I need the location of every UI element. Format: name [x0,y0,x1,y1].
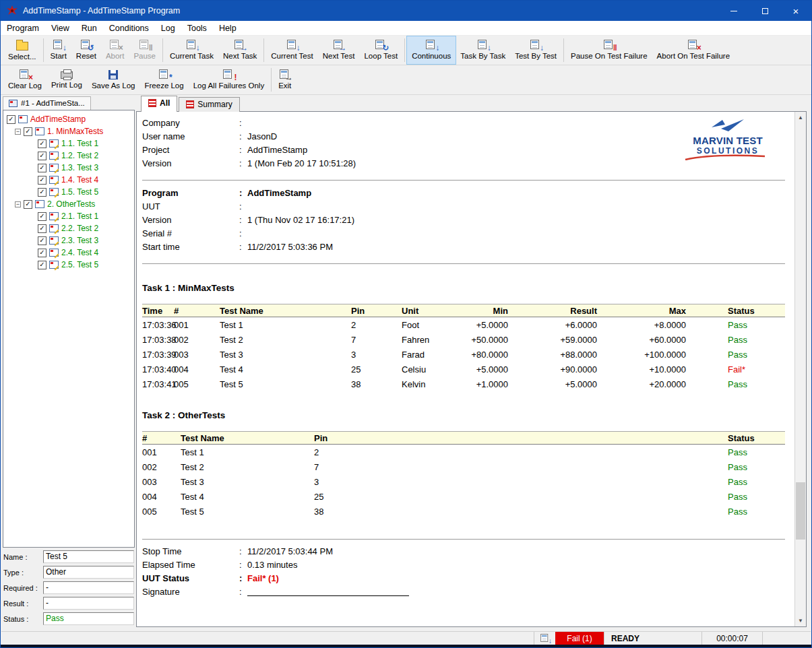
next-test-button[interactable]: → Next Test [318,36,360,64]
checkbox[interactable]: ✓ [38,212,46,221]
pause-button[interactable]: ‖ Pause [129,36,160,64]
freeze-log-button[interactable]: * Freeze Log [139,66,188,94]
scroll-up-button[interactable]: ▲ [795,112,806,123]
tree-item-test-1-4[interactable]: ✓ 1.4. Test 4 [3,174,134,186]
tree-item-test-1-2[interactable]: ✓ 1.2. Test 2 [3,150,134,162]
status-corner [762,632,811,645]
pause-on-test-failure-button[interactable]: ‖ Pause On Test Failure [566,36,652,64]
exit-button[interactable]: → Exit [274,66,296,94]
checkbox[interactable]: ✓ [38,176,46,185]
checkbox[interactable]: ✓ [38,152,46,160]
prop-row-status: Status : Pass [3,612,134,626]
checkbox[interactable]: ✓ [38,139,46,148]
tree-item-test-1-3[interactable]: ✓ 1.3. Test 3 [3,162,134,174]
table-row: 001Test 12Pass [142,445,785,459]
table-row: 17:03:41005Test 538Kelvin+1.0000+5.0000+… [142,377,785,391]
checkbox[interactable]: ✓ [38,236,46,245]
clear-log-button[interactable]: × Clear Log [3,66,46,94]
close-button[interactable]: × [780,1,811,21]
menu-tools[interactable]: Tools [181,22,213,35]
tree-item-test-2-2[interactable]: ✓ 2.2. Test 2 [3,222,134,234]
abort-on-test-failure-button[interactable]: × Abort On Test Failure [652,36,735,64]
program-tab[interactable]: #1 - AddTimeSta... [3,96,91,110]
table-row: 005Test 538Pass [142,504,785,519]
test-icon [49,224,59,232]
freeze-log-icon: * [158,69,170,79]
checkbox[interactable]: ✓ [7,115,15,124]
current-test-button[interactable]: ↓ Current Test [266,36,317,64]
required-field[interactable]: - [43,581,134,594]
run-mode-icon: ↓ [540,634,550,643]
window-controls: × [718,1,811,21]
task-by-task-icon: ↓ [477,40,489,50]
scroll-down-button[interactable]: ▼ [795,615,806,626]
fail-count-badge: Fail (1) [555,632,604,645]
status-field[interactable]: Pass [43,612,134,625]
reset-button[interactable]: ↺ Reset [71,36,101,64]
start-button[interactable]: ↓ Start [46,36,71,64]
table-row: 17:03:38002Test 27Fahren+50.0000+59.0000… [142,332,785,347]
result-field[interactable]: - [43,597,134,610]
name-field[interactable]: Test 5 [43,550,134,563]
tab-summary[interactable]: Summary [179,97,239,112]
tree-item-test-2-5[interactable]: ✓ 2.5. Test 5 [3,259,134,271]
tree-item-test-2-1[interactable]: ✓ 2.1. Test 1 [3,210,134,222]
separator-line [142,263,785,264]
log-all-failures-only-button[interactable]: ! Log All Failures Only [189,66,269,94]
table-row: 002Test 27Pass [142,459,785,474]
test-by-test-button[interactable]: ↓ Test By Test [510,36,561,64]
vertical-scrollbar[interactable]: ▲ ▼ [794,112,806,626]
abort-on-test-failure-icon: × [687,40,699,50]
maximize-button[interactable] [749,1,780,21]
type-field[interactable]: Other [43,566,134,579]
minimize-button[interactable] [718,1,749,21]
scroll-thumb[interactable] [796,482,805,540]
checkbox[interactable]: ✓ [38,164,46,172]
next-test-icon: → [333,40,345,50]
menu-help[interactable]: Help [213,22,243,35]
test-icon [49,152,59,160]
tree-item-addtimestamp[interactable]: ✓ AddTimeStamp [3,113,134,125]
menu-log[interactable]: Log [155,22,181,35]
clear-log-icon: × [19,69,31,79]
table-row: 17:03:36001Test 12Foot+5.0000+6.0000+8.0… [142,317,785,332]
tab-all[interactable]: All [141,96,177,112]
tree-item-test-2-3[interactable]: ✓ 2.3. Test 3 [3,234,134,247]
next-task-button[interactable]: → Next Task [218,36,261,64]
collapse-icon[interactable]: − [15,129,21,135]
select-button[interactable]: Select... [3,36,41,64]
checkbox[interactable]: ✓ [24,200,32,209]
tree-item-test-1-5[interactable]: ✓ 1.5. Test 5 [3,186,134,198]
save-as-log-button[interactable]: Save As Log [87,66,140,94]
tree-item-minmaxtests[interactable]: − ✓ 1. MinMaxTests [3,125,134,137]
table-row: 004Test 425Pass [142,489,785,504]
print-log-button[interactable]: Print Log [46,66,87,94]
continuous-button[interactable]: ↓ Continuous [407,36,456,64]
abort-button[interactable]: × Abort [101,36,129,64]
checkbox[interactable]: ✓ [38,188,46,197]
task2-table: # Test Name Pin Status 001Test 12Pass 00… [142,431,785,519]
elapsed-timer: 00:00:07 [701,632,762,645]
menu-program[interactable]: Program [1,22,45,35]
checkbox[interactable]: ✓ [24,127,32,136]
current-task-button[interactable]: ↓ Current Task [165,36,218,64]
status-bar: ↓ Fail (1) READY 00:00:07 [1,631,811,645]
task-by-task-button[interactable]: ↓ Task By Task [456,36,510,64]
menu-run[interactable]: Run [75,22,103,35]
checkbox[interactable]: ✓ [38,224,46,233]
test-tree[interactable]: ✓ AddTimeStamp − ✓ 1. MinMaxTests ✓ 1.1.… [3,110,135,548]
checkbox[interactable]: ✓ [38,261,46,269]
window-title: AddTimeStamp - AddTimeStamp Program [23,6,718,15]
collapse-icon[interactable]: − [15,201,21,207]
prop-row-result: Result : - [3,596,134,610]
test-icon [49,261,59,269]
test-by-test-icon: ↓ [530,40,542,50]
log-view[interactable]: Company: User name:JasonD Project:AddTim… [136,111,807,627]
loop-test-button[interactable]: ↻ Loop Test [359,36,402,64]
menu-conditions[interactable]: Conditions [103,22,155,35]
menu-view[interactable]: View [45,22,75,35]
tree-item-test-2-4[interactable]: ✓ 2.4. Test 4 [3,247,134,259]
tree-item-test-1-1[interactable]: ✓ 1.1. Test 1 [3,137,134,150]
checkbox[interactable]: ✓ [38,249,46,257]
tree-item-othertests[interactable]: − ✓ 2. OtherTests [3,198,134,210]
